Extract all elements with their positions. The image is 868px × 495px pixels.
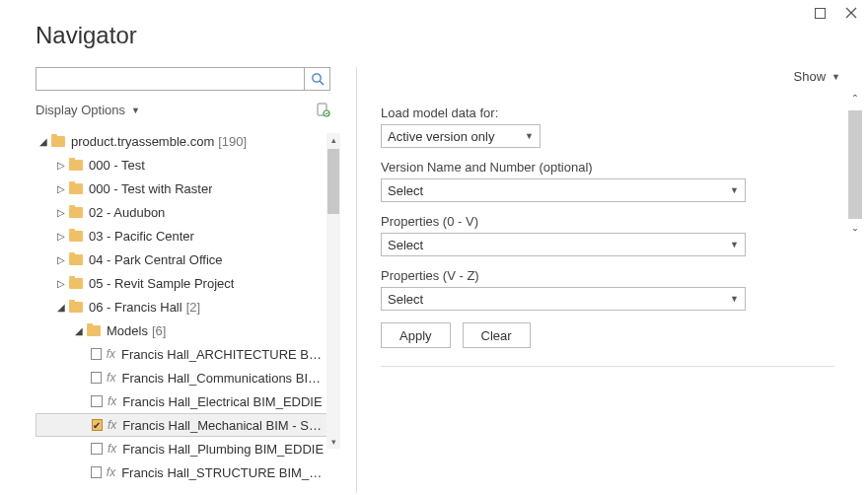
svg-point-6 xyxy=(324,110,329,116)
prop1-label: Properties (0 - V) xyxy=(381,214,746,229)
tree-leaf[interactable]: fxFrancis Hall_ARCHITECTURE BIM_20... xyxy=(36,342,340,366)
right-pane: Show ▼ Load model data for: Active versi… xyxy=(357,67,868,493)
scroll-thumb[interactable] xyxy=(327,149,339,214)
checkbox-checked[interactable]: ✔ xyxy=(92,419,103,431)
fx-icon: fx xyxy=(107,371,115,385)
tree-item[interactable]: ▷000 - Test with Raster xyxy=(36,177,340,200)
scroll-down-icon[interactable]: ˇ xyxy=(846,225,864,243)
caret-right-icon[interactable]: ▷ xyxy=(55,278,67,289)
folder-icon xyxy=(69,278,83,289)
caret-down-icon[interactable]: ◢ xyxy=(73,325,85,336)
caret-down-icon[interactable]: ◢ xyxy=(37,136,49,147)
prop2-select[interactable]: Select ▼ xyxy=(381,287,746,311)
version-label: Version Name and Number (optional) xyxy=(381,160,746,175)
prop2-label: Properties (V - Z) xyxy=(381,268,746,283)
checkbox[interactable] xyxy=(91,395,103,407)
tree-item[interactable]: ▷05 - Revit Sample Project xyxy=(36,271,340,295)
tree-view: ◢ product.tryassemble.com [190] ▷000 - T… xyxy=(36,129,340,493)
folder-icon xyxy=(69,183,83,194)
folder-icon xyxy=(69,254,83,265)
tree-item-francis[interactable]: ◢06 - Francis Hall[2] xyxy=(36,295,340,318)
fx-icon: fx xyxy=(108,394,116,408)
version-select[interactable]: Select ▼ xyxy=(381,178,746,202)
checkbox[interactable] xyxy=(91,372,102,384)
chevron-down-icon: ▼ xyxy=(730,294,739,304)
svg-point-3 xyxy=(312,74,320,82)
checkbox[interactable] xyxy=(91,466,102,478)
folder-icon xyxy=(69,207,83,218)
chevron-down-icon: ▼ xyxy=(832,72,840,82)
clear-button[interactable]: Clear xyxy=(463,322,531,348)
tree-leaf[interactable]: fxFrancis Hall_STRUCTURE BIM_ EDDIE xyxy=(36,460,340,484)
tree-leaf-selected[interactable]: ✔fxFrancis Hall_Mechanical BIM - SCHE... xyxy=(36,413,340,437)
scroll-thumb[interactable] xyxy=(848,110,862,219)
load-select[interactable]: Active version only ▼ xyxy=(381,124,541,148)
tree-item[interactable]: ▷03 - Pacific Center xyxy=(36,224,340,248)
page-title: Navigator xyxy=(0,0,868,67)
checkbox[interactable] xyxy=(91,443,103,455)
caret-down-icon[interactable]: ◢ xyxy=(55,302,67,313)
scroll-up-icon[interactable]: ˆ xyxy=(846,91,864,108)
prop1-select[interactable]: Select ▼ xyxy=(381,233,746,256)
display-options-label: Display Options xyxy=(36,103,125,117)
tree-root[interactable]: ◢ product.tryassemble.com [190] xyxy=(36,129,340,153)
left-pane: Display Options ▼ ◢ product.tryassemble.… xyxy=(0,67,340,493)
caret-right-icon[interactable]: ▷ xyxy=(55,183,67,194)
svg-line-4 xyxy=(320,81,324,85)
fx-icon: fx xyxy=(107,465,115,479)
folder-icon xyxy=(69,231,83,242)
svg-rect-0 xyxy=(815,8,825,18)
checkbox[interactable] xyxy=(91,348,102,360)
show-dropdown[interactable]: Show ▼ xyxy=(794,69,840,84)
form-panel: Load model data for: Active version only… xyxy=(381,106,746,348)
tree-item[interactable]: ▷02 - Audubon xyxy=(36,200,340,224)
show-label: Show xyxy=(794,69,827,84)
search-icon xyxy=(311,72,325,86)
fx-icon: fx xyxy=(108,418,116,432)
fx-icon: fx xyxy=(107,347,115,361)
chevron-down-icon: ▼ xyxy=(730,240,739,249)
tree-item-models[interactable]: ◢Models[6] xyxy=(36,318,340,342)
chevron-down-icon: ▼ xyxy=(730,185,739,195)
search-button[interactable] xyxy=(305,67,330,91)
tree-scrollbar[interactable]: ▴ ▾ xyxy=(326,133,340,449)
tree-item[interactable]: ▷000 - Test xyxy=(36,153,340,177)
right-scrollbar[interactable]: ˆ ˇ xyxy=(846,67,864,323)
scroll-down-icon[interactable]: ▾ xyxy=(326,435,340,449)
display-options-dropdown[interactable]: Display Options ▼ xyxy=(36,103,140,117)
load-label: Load model data for: xyxy=(381,106,746,120)
refresh-icon[interactable] xyxy=(316,103,330,117)
tree-leaf[interactable]: fxFrancis Hall_Electrical BIM_EDDIE xyxy=(36,389,340,413)
apply-button[interactable]: Apply xyxy=(381,322,451,348)
tree-item[interactable]: ▷04 - Park Central Office xyxy=(36,248,340,271)
caret-right-icon[interactable]: ▷ xyxy=(55,231,67,242)
chevron-down-icon: ▼ xyxy=(131,106,140,115)
folder-icon xyxy=(87,325,101,336)
scroll-up-icon[interactable]: ▴ xyxy=(326,133,340,147)
chevron-down-icon: ▼ xyxy=(525,131,534,141)
search-input[interactable] xyxy=(36,67,305,91)
folder-icon xyxy=(69,302,83,313)
tree-leaf[interactable]: fxFrancis Hall_Communications BIM_E... xyxy=(36,366,340,389)
caret-right-icon[interactable]: ▷ xyxy=(55,254,67,265)
folder-icon xyxy=(51,136,65,147)
caret-right-icon[interactable]: ▷ xyxy=(55,207,67,218)
fx-icon: fx xyxy=(108,442,116,456)
divider xyxy=(381,366,834,367)
close-icon[interactable] xyxy=(844,6,858,20)
folder-icon xyxy=(69,160,83,171)
caret-right-icon[interactable]: ▷ xyxy=(55,160,67,171)
maximize-icon[interactable] xyxy=(813,6,827,20)
tree-leaf[interactable]: fxFrancis Hall_Plumbing BIM_EDDIE xyxy=(36,437,340,460)
